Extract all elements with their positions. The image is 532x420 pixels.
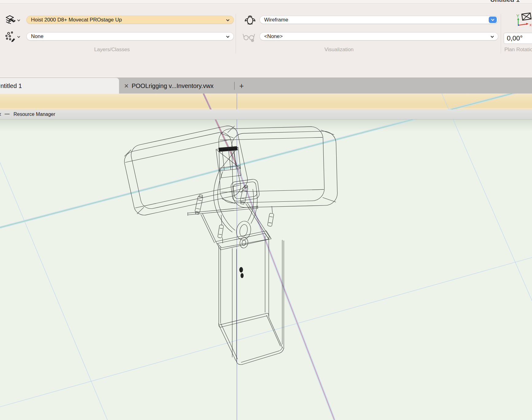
plan-rotation-angle-value: 0,00°	[507, 34, 523, 42]
chain-link-small	[239, 267, 243, 273]
palette-title: Resource Manager	[13, 109, 55, 119]
tan-truss-band	[0, 94, 532, 110]
palette-shadow	[0, 120, 532, 131]
active-layer-dropdown[interactable]: Hoist 2000 D8+ Movecat PROstage Up	[26, 16, 234, 24]
wireframe-3d-view	[0, 94, 532, 420]
render-mode-dropdown[interactable]: Wireframe	[260, 16, 498, 24]
toolbar-divider	[236, 14, 236, 54]
tab-poolrigging-inventory[interactable]: ✕ POOLrigging v...Inventory.vwx	[124, 78, 214, 94]
saved-view-value: <None>	[264, 33, 283, 40]
canvas-background	[0, 94, 532, 420]
resource-manager-palette-bar[interactable]: ✕ — Resource Manager	[0, 109, 532, 120]
drawing-canvas[interactable]	[0, 94, 532, 420]
document-tabbar: Untitled 1 ✕ POOLrigging v...Inventory.v…	[0, 78, 532, 94]
close-icon[interactable]: ✕	[0, 112, 2, 117]
tab-label: Untitled 1	[0, 82, 22, 90]
svg-text:Y: Y	[516, 13, 519, 18]
svg-text:x: x	[530, 22, 532, 27]
layer-options-button[interactable]	[5, 14, 21, 26]
toolbar-divider	[501, 14, 501, 54]
class-options-button[interactable]	[5, 31, 21, 43]
minimize-icon[interactable]: —	[5, 111, 10, 117]
active-class-value: None	[31, 33, 44, 40]
menubar-strip	[0, 0, 532, 3]
axes-xy-icon: Y x	[515, 13, 532, 30]
view-bar-toolbar: Hoist 2000 D8+ Movecat PROstage Up None …	[0, 3, 532, 78]
chevron-down-icon	[17, 36, 20, 38]
teapot-icon	[244, 14, 256, 27]
glasses-icon	[242, 31, 256, 44]
classes-dots-icon	[5, 31, 17, 42]
visualization-group-label: Visualization	[288, 47, 390, 53]
close-icon[interactable]: ✕	[124, 82, 129, 90]
plan-rotation-angle-field[interactable]: 0,00°	[504, 33, 532, 44]
chevron-down-icon	[226, 36, 229, 38]
chevron-down-icon	[17, 19, 20, 21]
active-layer-value: Hoist 2000 D8+ Movecat PROstage Up	[31, 17, 122, 23]
chevron-down-icon	[226, 19, 229, 21]
render-mode-chevron-button[interactable]	[489, 17, 497, 23]
render-mode-value: Wireframe	[264, 17, 288, 23]
tab-untitled-1[interactable]: Untitled 1	[0, 78, 119, 94]
plan-rotation-group-label: Plan Rotation	[504, 47, 532, 53]
layers-classes-group-label: Layers/Classes	[61, 47, 163, 53]
chevron-down-icon	[491, 36, 494, 38]
saved-view-dropdown[interactable]: <None>	[260, 32, 498, 40]
new-tab-button[interactable]: +	[239, 78, 244, 94]
chain-link-small	[241, 273, 244, 278]
chevron-down-icon	[491, 18, 495, 21]
tab-label: POOLrigging v...Inventory.vwx	[132, 82, 214, 90]
tab-separator	[234, 82, 235, 90]
active-class-dropdown[interactable]: None	[26, 32, 234, 40]
layers-stack-icon	[5, 15, 17, 26]
window-document-title: Untitled 1	[490, 0, 520, 3]
